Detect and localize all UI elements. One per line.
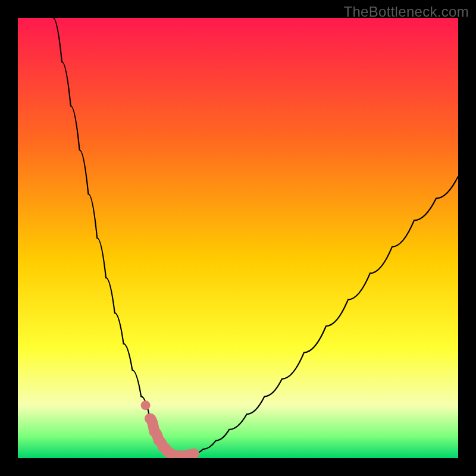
right-curve: [185, 176, 458, 455]
curves-layer: [18, 18, 458, 458]
plot-area: [18, 18, 458, 458]
chart-frame: TheBottleneck.com: [0, 0, 476, 476]
highlighted-trough: [150, 418, 194, 456]
left-curve: [53, 18, 172, 455]
watermark-label: TheBottleneck.com: [343, 4, 469, 20]
highlight-dot: [141, 400, 151, 410]
